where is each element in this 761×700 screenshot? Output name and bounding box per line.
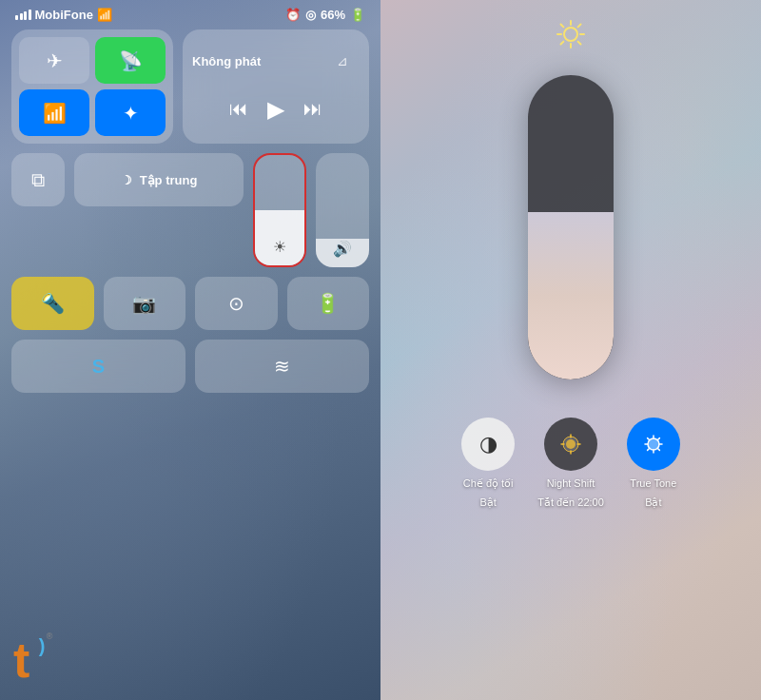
night-shift-label2: Tắt đến 22:00 (537, 496, 604, 509)
tap-trung-label: Tập trung (140, 173, 198, 187)
airplane-mode-button[interactable]: ✈ (19, 37, 89, 84)
play-button[interactable]: ▶ (267, 96, 284, 123)
volume-icon: 🔊 (333, 240, 352, 258)
record-icon: ⊙ (228, 292, 244, 315)
airplane-icon: ✈ (47, 49, 63, 72)
brightness-slider-fill (528, 212, 614, 379)
dark-mode-icon: ◑ (479, 432, 498, 457)
hotspot-icon: 📡 (119, 49, 143, 72)
row-3: 🔦 📷 ⊙ 🔋 (11, 277, 369, 330)
alarm-icon: ⏰ (285, 8, 301, 22)
airplay-icon[interactable]: ⊿ (337, 53, 356, 72)
next-button[interactable]: ⏭ (303, 98, 322, 120)
svg-line-22 (657, 438, 659, 440)
battery-icon: 🔋 (350, 8, 365, 22)
row-4: S ≋ (11, 340, 369, 393)
hotspot-button[interactable]: 📡 (95, 37, 166, 84)
prev-button[interactable]: ⏮ (229, 98, 248, 120)
voice-memos-button[interactable]: ≋ (195, 340, 369, 393)
true-tone-label1: True Tone (630, 476, 676, 490)
dark-mode-label2: Bật (479, 496, 496, 509)
svg-line-7 (578, 25, 581, 28)
signal-bars (15, 10, 31, 20)
record-button[interactable]: ⊙ (195, 277, 278, 330)
brightness-large-slider[interactable] (528, 75, 614, 379)
wifi-icon: 📶 (97, 8, 112, 22)
bluetooth-icon: ✦ (123, 102, 139, 125)
status-right: ⏰ ◎ 66% 🔋 (285, 8, 365, 22)
right-panel: ◑ Chế độ tối Bật Night Shift Tắt đến 22:… (380, 0, 761, 700)
signal-bar-3 (24, 11, 27, 20)
camera-icon: 📷 (132, 292, 156, 315)
true-tone-button[interactable]: True Tone Bật (627, 418, 680, 510)
flashlight-icon: 🔦 (41, 292, 65, 315)
night-shift-label1: Night Shift (547, 476, 595, 490)
shazam-button[interactable]: S (11, 340, 185, 393)
screen-mirror-icon: ⧉ (31, 169, 45, 191)
display-options: ◑ Chế độ tối Bật Night Shift Tắt đến 22:… (461, 418, 680, 510)
svg-point-0 (564, 28, 577, 41)
night-shift-button[interactable]: Night Shift Tắt đến 22:00 (537, 418, 604, 510)
connectivity-block: ✈ 📡 📶 ✦ (11, 29, 173, 144)
logo-letter: t (13, 632, 29, 688)
true-tone-label2: Bật (645, 496, 661, 509)
svg-line-8 (561, 42, 564, 45)
logo-area: t ) ® (13, 635, 29, 685)
signal-bar-2 (20, 13, 23, 20)
signal-bar-1 (15, 15, 18, 20)
location-icon: ◎ (305, 8, 316, 22)
carrier-name: MobiFone (35, 8, 93, 22)
battery-mode-icon: 🔋 (316, 292, 340, 315)
logo-registered: ® (47, 632, 53, 641)
bluetooth-button[interactable]: ✦ (95, 89, 166, 136)
signal-bar-4 (29, 10, 31, 20)
wifi-icon: 📶 (43, 102, 67, 125)
true-tone-circle (627, 418, 680, 471)
moon-icon: ☽ (121, 173, 132, 187)
media-title: Không phát (192, 54, 261, 68)
dark-mode-button[interactable]: ◑ Chế độ tối Bật (461, 418, 515, 510)
shazam-icon: S (92, 356, 105, 378)
battery-mode-button[interactable]: 🔋 (287, 277, 370, 330)
camera-button[interactable]: 📷 (104, 277, 186, 330)
battery-percent: 66% (321, 8, 345, 22)
tap-trung-button[interactable]: ☽ Tập trung (74, 153, 244, 206)
dark-mode-label1: Chế độ tối (463, 476, 514, 490)
volume-slider[interactable]: 🔊 (316, 153, 369, 267)
svg-line-6 (578, 42, 581, 45)
brightness-icon: ☀ (273, 238, 286, 256)
svg-line-20 (647, 438, 649, 440)
svg-line-23 (647, 448, 649, 450)
waveform-icon: ≋ (274, 355, 290, 378)
status-bar: MobiFone 📶 ⏰ ◎ 66% 🔋 (0, 0, 380, 26)
row-2: ⧉ ☽ Tập trung ☀ 🔊 (11, 153, 369, 267)
svg-line-21 (657, 448, 659, 450)
row-1: ✈ 📡 📶 ✦ Không phát ⊿ ⏮ (11, 29, 369, 144)
flashlight-button[interactable]: 🔦 (11, 277, 94, 330)
brightness-slider[interactable]: ☀ (253, 153, 306, 267)
dark-mode-circle: ◑ (461, 418, 515, 471)
svg-line-5 (561, 25, 564, 28)
brightness-slider-track (528, 75, 614, 379)
screen-mirror-button[interactable]: ⧉ (11, 153, 65, 206)
sun-icon (556, 19, 586, 56)
svg-point-10 (566, 439, 576, 449)
left-panel: MobiFone 📶 ⏰ ◎ 66% 🔋 ✈ 📡 📶 (0, 0, 380, 700)
status-left: MobiFone 📶 (15, 8, 112, 22)
media-controls: ⏮ ▶ ⏭ (229, 96, 322, 123)
night-shift-circle (544, 418, 597, 471)
control-center-main: ✈ 📡 📶 ✦ Không phát ⊿ ⏮ (0, 26, 380, 397)
wifi-button[interactable]: 📶 (19, 89, 89, 136)
media-card: Không phát ⊿ ⏮ ▶ ⏭ (183, 29, 369, 144)
logo-arc: ) (39, 635, 46, 657)
